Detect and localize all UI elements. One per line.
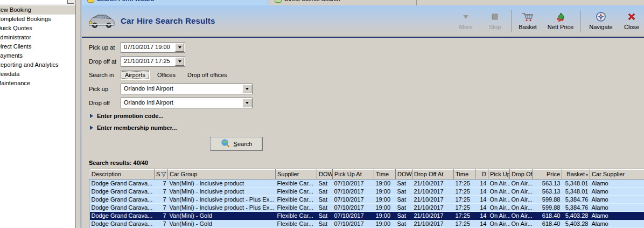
expander-arrow-icon	[90, 114, 93, 118]
expander-arrow-icon	[90, 126, 93, 130]
table-cell: 7	[155, 219, 168, 227]
basket-button[interactable]: Basket	[513, 11, 542, 30]
column-header-car-group[interactable]: Car Group	[168, 169, 276, 179]
dropdown-button[interactable]	[242, 85, 251, 93]
column-header-pick-up-at[interactable]: Pick Up At	[333, 169, 374, 179]
pickup-label: Pick up	[89, 86, 121, 92]
dropdown-button[interactable]	[175, 43, 184, 52]
table-cell: 07/10/2017	[333, 219, 374, 227]
table-cell: On Air...	[510, 179, 533, 187]
header-band: Car Hire Search Results More Stop	[82, 5, 644, 38]
table-cell: 19:00	[374, 219, 396, 227]
table-cell: 19:00	[374, 211, 396, 219]
table-cell: Sat	[396, 211, 412, 219]
sidebar-item-quick-quotes[interactable]: Quick Quotes	[0, 24, 75, 33]
dropoff-label: Drop off	[89, 100, 121, 106]
column-header-time[interactable]: Time	[374, 169, 396, 179]
search-in-label: Search in	[89, 72, 121, 78]
tab-search-form-wizard[interactable]: Search Form Wizard	[82, 0, 269, 5]
column-header-d[interactable]: D	[475, 169, 488, 179]
dropoff-at-value: 21/10/2017 17:25	[121, 57, 174, 66]
filter-funnel-icon[interactable]	[161, 171, 166, 178]
table-cell: 21/10/2017	[412, 219, 454, 227]
search-globe-icon	[221, 139, 230, 149]
table-cell: 618.40	[533, 219, 562, 227]
toolbar-separator	[580, 10, 581, 32]
caret-down-icon	[178, 60, 181, 63]
sidebar-item-administrator[interactable]: Administrator	[0, 33, 75, 42]
table-row[interactable]: Dodge Grand Carava...7Van(Mini) - Inclus…	[90, 203, 644, 211]
sidebar-item-maintenance[interactable]: Maintenance	[0, 79, 75, 88]
table-cell: Flexible Car...	[276, 219, 317, 227]
table-cell: 17:25	[454, 195, 475, 203]
pin-button[interactable]	[67, 0, 74, 4]
table-cell: 14	[475, 219, 488, 227]
table-cell: On Air...	[510, 187, 533, 195]
sidebar-item-direct-clients[interactable]: Direct Clients	[0, 42, 75, 51]
table-cell: 21/10/2017	[412, 195, 454, 203]
dropoff-combobox[interactable]: Orlando Intl Airport	[121, 98, 253, 108]
column-header-basket[interactable]: Basket▾	[562, 169, 590, 179]
table-cell: 07/10/2017	[333, 203, 374, 211]
dropdown-button[interactable]	[175, 57, 184, 66]
column-header-drop-off[interactable]: Drop Off	[510, 169, 533, 179]
column-header-car-supplier[interactable]: Car Supplier	[590, 169, 644, 179]
table-cell: Alamo	[590, 219, 644, 227]
membership-number-expander[interactable]: Enter membership number...	[90, 124, 644, 132]
column-header-time[interactable]: Time	[454, 169, 475, 179]
column-header-dow[interactable]: DOW	[396, 169, 412, 179]
stop-icon	[492, 11, 498, 22]
sort-indicator-icon: ▾	[586, 172, 588, 177]
results-summary: Search results: 40/40	[89, 160, 644, 166]
column-header-pick-up[interactable]: Pick Up	[488, 169, 510, 179]
search-in-airports[interactable]: Airports	[121, 70, 150, 80]
pickup-at-value: 07/10/2017 19:00	[121, 43, 174, 52]
dropdown-button[interactable]	[242, 99, 251, 107]
splitter[interactable]	[76, 0, 81, 228]
table-row[interactable]: Dodge Grand Carava...7Van(Mini) - Inclus…	[90, 187, 644, 195]
pickup-at-combobox[interactable]: 07/10/2017 19:00	[121, 42, 185, 53]
table-cell: On Air...	[510, 219, 533, 227]
main-panel: Search Form Wizard Direct Clients Search	[81, 0, 644, 228]
column-header-description[interactable]: Description	[90, 169, 155, 179]
table-cell: 17:25	[454, 179, 475, 187]
table-cell: 17:25	[454, 203, 475, 211]
table-row[interactable]: Dodge Grand Carava...7Van(Mini) - Inclus…	[90, 195, 644, 203]
table-row[interactable]: Dodge Grand Carava...7Van(Mini) - GoldFl…	[90, 211, 644, 219]
results-table-body: Dodge Grand Carava...7Van(Mini) - Inclus…	[90, 179, 644, 227]
nett-price-button[interactable]: Nett Price	[542, 11, 579, 30]
promotion-code-label: Enter promotion code...	[97, 113, 163, 119]
sidebar-item-newdata[interactable]: Newdata	[0, 70, 75, 79]
promotion-code-expander[interactable]: Enter promotion code...	[90, 112, 644, 120]
table-cell: 5,384.76	[562, 195, 590, 203]
table-row[interactable]: Dodge Grand Carava...7Van(Mini) - Inclus…	[90, 179, 644, 187]
table-cell: On Air...	[510, 211, 533, 219]
sidebar-item-payments[interactable]: Payments	[0, 51, 75, 60]
table-cell: Sat	[396, 203, 412, 211]
column-header-dow[interactable]: DOW	[317, 169, 333, 179]
table-row[interactable]: Dodge Grand Carava...7Van(Mini) - GoldFl…	[90, 219, 644, 227]
close-button[interactable]: Close	[619, 11, 644, 30]
column-header-supplier[interactable]: Supplier	[276, 169, 317, 179]
money-bag-icon	[555, 11, 566, 22]
table-cell: Sat	[317, 203, 333, 211]
search-in-dropoff-offices[interactable]: Drop off offices	[183, 71, 232, 79]
table-cell: 21/10/2017	[412, 211, 454, 219]
tab-direct-clients-search[interactable]: Direct Clients Search	[269, 0, 417, 5]
table-cell: 19:00	[374, 187, 396, 195]
column-header-drop-off-at[interactable]: Drop Off At	[412, 169, 454, 179]
sidebar-item-reporting-and-analytics[interactable]: Reporting and Analytics	[0, 60, 75, 70]
dropoff-value: Orlando Intl Airport	[121, 98, 242, 108]
search-button[interactable]: Search	[210, 137, 263, 151]
navigate-button[interactable]: Navigate	[583, 11, 619, 30]
sidebar-item-new-booking[interactable]: New Booking	[0, 5, 75, 15]
search-in-offices[interactable]: Offices	[153, 71, 180, 79]
pickup-combobox[interactable]: Orlando Intl Airport	[121, 84, 253, 94]
sidebar-item-completed-bookings[interactable]: Completed Bookings	[0, 15, 75, 24]
column-header-price[interactable]: Price	[533, 169, 562, 179]
table-cell: 21/10/2017	[412, 179, 454, 187]
table-cell: Alamo	[590, 211, 644, 219]
membership-number-label: Enter membership number...	[97, 125, 177, 131]
dropoff-at-combobox[interactable]: 21/10/2017 17:25	[121, 56, 185, 67]
column-header-s[interactable]: S	[155, 169, 168, 179]
